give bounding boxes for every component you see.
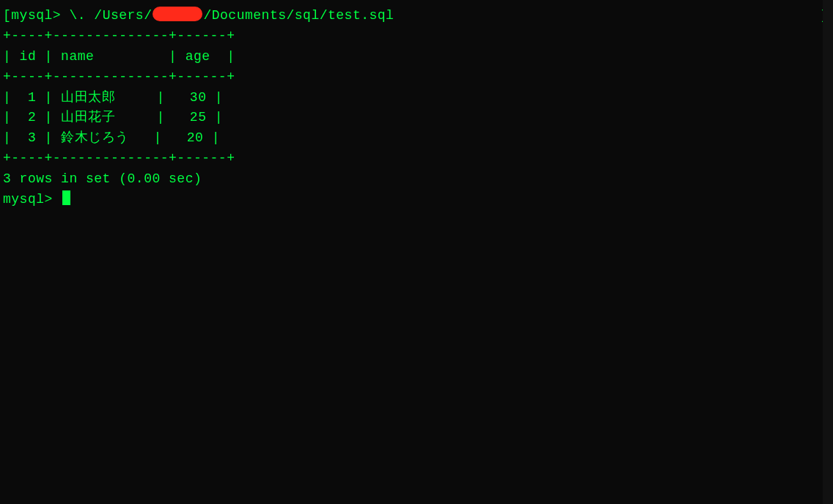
table-row: | 3 | 鈴木じろう | 20 | — [3, 128, 830, 149]
prompt: mysql> — [11, 8, 61, 23]
source-command: \. — [69, 8, 86, 23]
cursor-icon — [62, 190, 70, 205]
command-line: [mysql> \. /Users//Documents/sql/test.sq… — [3, 6, 830, 26]
table-border-top: +----+--------------+------+ — [3, 26, 830, 47]
path-prefix: /Users/ — [86, 8, 152, 23]
path-suffix: /Documents/sql/test.sql — [203, 8, 394, 23]
table-row: | 2 | 山田花子 | 25 | — [3, 108, 830, 128]
redacted-username — [153, 7, 202, 21]
prompt: mysql> — [3, 192, 61, 207]
status-line: 3 rows in set (0.00 sec) — [3, 169, 830, 190]
table-border-mid: +----+--------------+------+ — [3, 67, 830, 88]
table-header: | id | name | age | — [3, 47, 830, 67]
prompt-line[interactable]: mysql> — [3, 190, 830, 210]
table-row: | 1 | 山田太郎 | 30 | — [3, 88, 830, 108]
table-border-bottom: +----+--------------+------+ — [3, 149, 830, 169]
scrollbar[interactable] — [823, 0, 833, 504]
open-bracket: [ — [3, 8, 11, 23]
